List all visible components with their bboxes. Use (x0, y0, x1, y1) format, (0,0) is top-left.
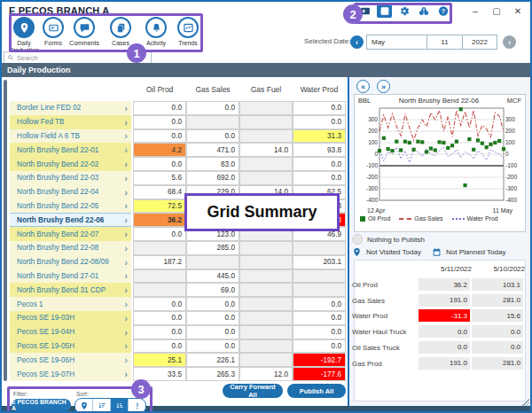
grid-cell[interactable] (239, 129, 293, 144)
sort-pin-button[interactable] (75, 399, 93, 413)
well-list-item[interactable]: North Brushy Bend 27-01› (10, 269, 131, 284)
grid-cell[interactable]: 0.0 (133, 101, 186, 115)
maximize-button[interactable]: ▢ (486, 2, 507, 19)
grid-cell[interactable]: 445.0 (186, 269, 239, 284)
grid-cell[interactable]: 83.0 (186, 157, 239, 171)
grid-cell[interactable]: 0.0 (186, 325, 239, 339)
grid-cell[interactable]: -177.6 (293, 367, 346, 381)
grid-cell[interactable]: 0.0 (186, 129, 239, 144)
grid-cell[interactable]: 0.0 (293, 339, 346, 354)
grid-cell[interactable]: 0.0 (293, 157, 346, 171)
grid-cell[interactable] (239, 269, 293, 284)
next-date-button[interactable]: › (503, 35, 516, 49)
branch-filter-button[interactable]: E PECOS BRANCH A (12, 399, 71, 411)
grid-cell[interactable]: 14.0 (239, 143, 293, 157)
grid-cell[interactable] (186, 115, 239, 129)
grid-cell[interactable] (293, 241, 346, 255)
publish-all-button[interactable]: Publish All (287, 384, 346, 398)
grid-cell[interactable]: 0.0 (133, 227, 186, 241)
grid-cell[interactable]: 0.0 (133, 297, 186, 311)
grid-cell[interactable]: 12.0 (239, 367, 293, 381)
grid-cell[interactable] (239, 311, 293, 325)
well-list-item[interactable]: Hollow Fed TB› (10, 115, 131, 129)
toolbar-item-trends[interactable]: Trends (168, 17, 207, 47)
grid-cell[interactable] (239, 297, 293, 311)
date-fields[interactable]: May 11 2022 (366, 35, 497, 50)
grid-cell[interactable]: 285.0 (186, 241, 239, 255)
grid-cell[interactable]: 692.0 (186, 171, 239, 185)
help-icon[interactable]: ? (435, 4, 450, 18)
month-field[interactable]: May (367, 35, 427, 49)
grid-cell[interactable] (239, 339, 293, 354)
grid-cell[interactable] (293, 283, 346, 297)
grid-cell[interactable] (239, 283, 293, 297)
grid-cell[interactable]: 0.0 (293, 297, 346, 311)
well-list-item[interactable]: Pecos SE 19-05H› (10, 339, 131, 354)
settings-gear-icon[interactable] (396, 4, 411, 18)
well-list-item[interactable]: Pecos 1› (10, 297, 131, 311)
grid-cell[interactable]: 68.4 (133, 185, 186, 199)
close-button[interactable]: ✕ (507, 2, 528, 19)
grid-cell[interactable] (239, 325, 293, 339)
grid-cell[interactable]: 93.8 (293, 143, 346, 157)
well-list-item[interactable]: North Brushy Bend 22-03› (10, 171, 131, 185)
grid-cell[interactable]: 0.0 (293, 325, 346, 339)
well-list-item[interactable]: North Brushy Bend 22-02› (10, 157, 131, 171)
well-list-item[interactable]: Pecos SE 19-03H› (10, 311, 131, 325)
grid-cell[interactable]: 0.0 (186, 101, 239, 115)
grid-cell[interactable]: 226.1 (186, 353, 239, 367)
well-list-item[interactable]: North Brushy Bend 22-01› (10, 143, 131, 157)
well-list-item[interactable]: North Brushy Bend 22-05› (10, 199, 131, 214)
grid-cell[interactable]: 0.0 (133, 339, 186, 354)
grid-cell[interactable]: 69.0 (186, 283, 239, 297)
grid-cell[interactable] (293, 269, 346, 284)
grid-cell[interactable]: 0.0 (133, 157, 186, 171)
grid-cell[interactable]: 0.0 (186, 297, 239, 311)
grid-cell[interactable] (133, 269, 186, 284)
grid-view-icon[interactable] (377, 4, 392, 18)
grid-cell[interactable]: 0.0 (186, 311, 239, 325)
grid-cell[interactable]: 203.1 (293, 255, 346, 269)
toolbar-item-cases[interactable]: Cases (101, 17, 140, 47)
grid-cell[interactable]: 0.0 (133, 311, 186, 325)
well-list-item[interactable]: Pecos SE 19-06H› (10, 353, 131, 367)
grid-cell[interactable] (239, 101, 293, 115)
well-list-item[interactable]: North Brushy Bend 31 CDP› (10, 283, 131, 297)
grid-cell[interactable]: 0.0 (293, 311, 346, 325)
well-list-item[interactable]: North Brushy Bend 22-06› (10, 213, 131, 227)
well-list-scrollbar[interactable] (4, 80, 7, 381)
grid-cell[interactable]: 0.0 (293, 171, 346, 185)
sort-exclamation-button[interactable] (129, 399, 145, 413)
grid-cell[interactable] (239, 241, 293, 255)
well-list-item[interactable]: North Brushy Bend 22-07› (10, 227, 131, 241)
grid-cell[interactable] (239, 353, 293, 367)
grid-cell[interactable]: 0.0 (293, 115, 346, 129)
grid-cell[interactable]: 0.0 (133, 325, 186, 339)
grid-cell[interactable] (239, 115, 293, 129)
grid-cell[interactable]: 72.5 (133, 199, 186, 214)
grid-cell[interactable]: 25.1 (133, 353, 186, 367)
grid-cell[interactable]: 31.3 (293, 129, 346, 144)
sort-amount-button[interactable] (93, 399, 111, 413)
grid-cell[interactable] (133, 283, 186, 297)
grid-cell[interactable]: 5.6 (133, 171, 186, 185)
grid-cell[interactable] (239, 157, 293, 171)
previous-date-button[interactable]: ‹ (350, 35, 364, 49)
grid-cell[interactable]: 4.2 (133, 143, 186, 157)
day-field[interactable]: 11 (427, 35, 463, 49)
well-list-item[interactable]: Pecos SE 19-07H› (10, 367, 131, 381)
grid-cell[interactable]: 0.0 (133, 115, 186, 129)
well-list-item[interactable]: Border Line FED 02› (10, 101, 131, 115)
grid-cell[interactable]: 0.0 (293, 101, 346, 115)
carry-forward-all-button[interactable]: Carry Forward All (223, 384, 283, 398)
year-field[interactable]: 2022 (463, 35, 497, 49)
grid-cell[interactable]: 36.2 (133, 213, 186, 227)
grid-cell[interactable]: 0.0 (186, 339, 239, 354)
grid-cell[interactable] (133, 241, 186, 255)
well-list-item[interactable]: North Brushy Bend 22-08/09› (10, 255, 131, 269)
grid-cell[interactable] (239, 255, 293, 269)
toolbar-item-comments[interactable]: Comments (65, 17, 104, 47)
minimize-button[interactable]: – (465, 2, 486, 19)
grid-cell[interactable] (239, 171, 293, 185)
well-list-item[interactable]: North Brushy Bend 22-08› (10, 241, 131, 255)
